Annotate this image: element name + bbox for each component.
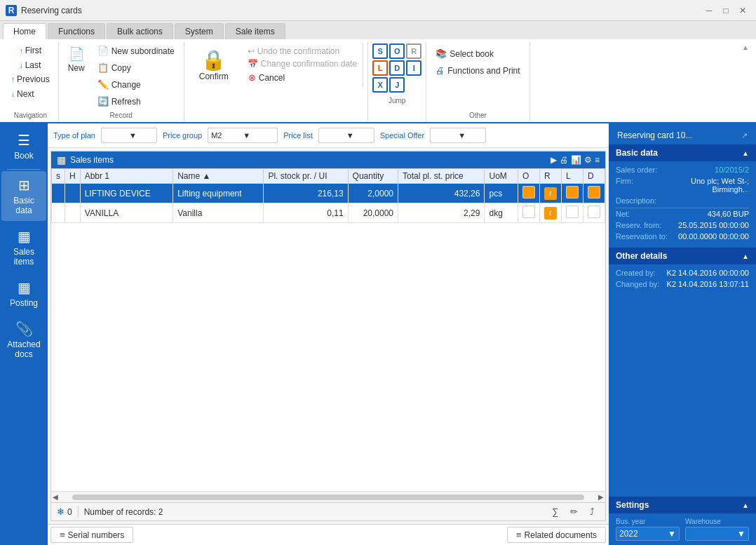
jump-o-button[interactable]: O bbox=[389, 43, 405, 59]
type-of-plan-select[interactable]: ▼ bbox=[101, 128, 157, 143]
change-button[interactable]: ✏️ Change bbox=[93, 77, 180, 92]
select-book-button[interactable]: 📚 Select book bbox=[431, 46, 525, 61]
other-details-header[interactable]: Other details ▲ bbox=[609, 248, 756, 264]
maximize-button[interactable]: □ bbox=[718, 3, 734, 18]
next-button[interactable]: ↓ Next bbox=[7, 87, 54, 101]
cancel-button[interactable]: ⊗ Cancel bbox=[245, 70, 360, 85]
table-scroll-area: s H Abbr 1 Name ▲ Pl. stock pr. / UI Qua… bbox=[51, 168, 605, 491]
settings-section: Settings ▲ Bus. year 2022 ▼ Ware bbox=[609, 497, 756, 545]
tab-system[interactable]: System bbox=[175, 23, 224, 39]
new-button[interactable]: 📄 New bbox=[63, 43, 90, 76]
bottom-toolbar: ≡ Serial numbers ≡ Related documents bbox=[48, 524, 609, 545]
table-play-btn[interactable]: ▶ bbox=[551, 155, 557, 165]
status-actions: ∑ ✏ ⤴ bbox=[548, 505, 600, 519]
sum-button[interactable]: ∑ bbox=[548, 505, 563, 519]
sidebar-item-basic-data[interactable]: ⊞ Basic data bbox=[1, 171, 46, 221]
net-field: Net: 434,60 BUP bbox=[616, 210, 749, 218]
scroll-right-arrow[interactable]: ▶ bbox=[598, 493, 604, 501]
previous-button[interactable]: ↑ Previous bbox=[7, 72, 54, 86]
table-settings-btn[interactable]: ⚙ bbox=[584, 155, 592, 165]
ribbon-collapse-button[interactable]: ▲ bbox=[738, 42, 753, 122]
jump-d-button[interactable]: D bbox=[389, 60, 405, 76]
table-menu-btn[interactable]: ≡ bbox=[595, 155, 600, 165]
warehouse-field: Warehouse ▼ bbox=[685, 518, 749, 541]
functions-print-button[interactable]: 🖨 Functions and Print bbox=[431, 63, 525, 78]
tab-sale-items[interactable]: Sale items bbox=[225, 23, 285, 39]
table-container: ▦ Sales items ▶ 🖨 📊 ⚙ ≡ bbox=[50, 151, 606, 521]
bus-year-field: Bus. year 2022 ▼ bbox=[616, 518, 680, 541]
special-offer-label: Special Offer bbox=[380, 131, 424, 140]
warehouse-select[interactable]: ▼ bbox=[685, 527, 749, 541]
jump-i-button[interactable]: I bbox=[406, 60, 421, 76]
jump-j-button[interactable]: J bbox=[389, 77, 405, 93]
sidebar-item-book[interactable]: ☰ Book bbox=[1, 126, 46, 166]
jump-empty-button bbox=[406, 77, 421, 93]
table-title: Sales items bbox=[70, 155, 114, 165]
price-list-select[interactable]: ▼ bbox=[318, 128, 374, 143]
right-panel-title: Reserving card 10... ↗ bbox=[609, 123, 756, 144]
last-button[interactable]: ↓ Last bbox=[15, 58, 46, 72]
table-chart-btn[interactable]: 📊 bbox=[571, 155, 581, 165]
table-row[interactable]: LIFTING DEVICELifting equipment216,132,0… bbox=[52, 184, 605, 203]
col-quantity[interactable]: Quantity bbox=[348, 169, 398, 184]
col-price[interactable]: Pl. stock pr. / UI bbox=[264, 169, 348, 184]
table-row[interactable]: VANILLAVanilla0,1120,00002,29dkgr bbox=[52, 203, 605, 223]
col-abbr[interactable]: Abbr 1 bbox=[80, 169, 173, 184]
tab-home[interactable]: Home bbox=[3, 23, 46, 39]
confirm-button[interactable]: 🔒 Confirm bbox=[190, 45, 238, 85]
external-link-icon[interactable]: ↗ bbox=[741, 131, 748, 140]
title-bar: R Reserving cards ─ □ ✕ bbox=[0, 0, 756, 21]
sidebar-item-attached-docs[interactable]: 📎 Attached docs bbox=[1, 315, 46, 365]
jump-l-button[interactable]: L bbox=[372, 60, 388, 76]
undo-confirmation-button: ↩ Undo the confirmation bbox=[245, 45, 360, 58]
jump-s-button[interactable]: S bbox=[372, 43, 388, 59]
serial-numbers-button[interactable]: ≡ Serial numbers bbox=[50, 527, 133, 543]
special-offer-select[interactable]: ▼ bbox=[430, 128, 486, 143]
scroll-left-arrow[interactable]: ◀ bbox=[53, 493, 58, 501]
tab-functions[interactable]: Functions bbox=[48, 23, 105, 39]
col-name[interactable]: Name ▲ bbox=[173, 169, 264, 184]
minimize-button[interactable]: ─ bbox=[701, 3, 717, 18]
hscroll-bar[interactable] bbox=[72, 494, 584, 500]
basic-data-section: Basic data ▲ Sales order: 10/2015/2 Firm… bbox=[609, 144, 756, 248]
record-group: 📄 New 📄 New subordinate 📋 Copy ✏️ Change bbox=[59, 42, 184, 122]
basic-data-header[interactable]: Basic data ▲ bbox=[609, 144, 756, 161]
price-group-label: Price group bbox=[163, 131, 202, 140]
first-button[interactable]: ↑ First bbox=[15, 43, 46, 58]
table-column-headers: s H Abbr 1 Name ▲ Pl. stock pr. / UI Qua… bbox=[52, 169, 605, 184]
price-group-select[interactable]: M2 ▼ bbox=[208, 128, 278, 143]
sidebar-item-posting[interactable]: ▦ Posting bbox=[1, 274, 46, 314]
jump-r-button[interactable]: R bbox=[406, 43, 421, 59]
navigation-group: ↑ First ↓ Last ↑ Previous ↓ Next Navigat bbox=[3, 42, 59, 122]
firm-field: Firm: Uno plc; Wet St-; Birmingh... bbox=[616, 177, 749, 194]
right-panel: Reserving card 10... ↗ Basic data ▲ Sale… bbox=[609, 123, 756, 545]
col-o: O bbox=[518, 169, 540, 184]
bus-year-select[interactable]: 2022 ▼ bbox=[616, 527, 680, 541]
new-subordinate-button[interactable]: 📄 New subordinate bbox=[93, 43, 180, 58]
col-s: s bbox=[52, 169, 65, 184]
col-uom[interactable]: UoM bbox=[485, 169, 518, 184]
reserv-from-field: Reserv. from: 25.05.2015 00:00:00 bbox=[616, 221, 749, 229]
table-header-row: ▦ Sales items ▶ 🖨 📊 ⚙ ≡ bbox=[51, 152, 605, 168]
sidebar-item-sales-items[interactable]: ▦ Sales items bbox=[1, 222, 46, 272]
table-print-btn[interactable]: 🖨 bbox=[560, 155, 568, 165]
other-details-content: Created by: K2 14.04.2016 00:00:00 Chang… bbox=[609, 264, 756, 295]
edit-button[interactable]: ✏ bbox=[566, 505, 581, 519]
sidebar-divider bbox=[7, 169, 41, 170]
refresh-button[interactable]: 🔄 Refresh bbox=[93, 94, 180, 109]
filter-bar: Type of plan ▼ Price group M2 ▼ Price li… bbox=[48, 123, 609, 148]
close-button[interactable]: ✕ bbox=[735, 3, 750, 18]
related-documents-button[interactable]: ≡ Related documents bbox=[507, 527, 606, 543]
col-d: D bbox=[583, 169, 605, 184]
description-field: Description: bbox=[616, 196, 749, 205]
export-button[interactable]: ⤴ bbox=[584, 505, 600, 519]
table-hscroll[interactable]: ◀ ▶ bbox=[51, 491, 605, 502]
type-of-plan-label: Type of plan bbox=[53, 131, 95, 140]
col-total[interactable]: Total pl. st. price bbox=[398, 169, 485, 184]
jump-x-button[interactable]: X bbox=[372, 77, 388, 93]
copy-button[interactable]: 📋 Copy bbox=[93, 60, 180, 75]
settings-header[interactable]: Settings ▲ bbox=[609, 497, 756, 513]
tab-bulk-actions[interactable]: Bulk actions bbox=[107, 23, 173, 39]
window-controls: ─ □ ✕ bbox=[701, 3, 750, 18]
right-panel-spacer bbox=[609, 295, 756, 497]
